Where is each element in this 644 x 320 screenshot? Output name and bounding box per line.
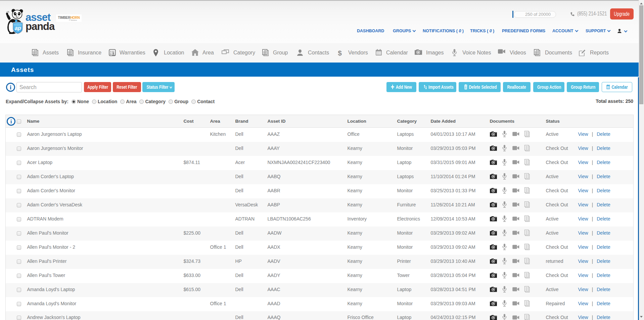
svg-text:$: $ [338,49,342,57]
